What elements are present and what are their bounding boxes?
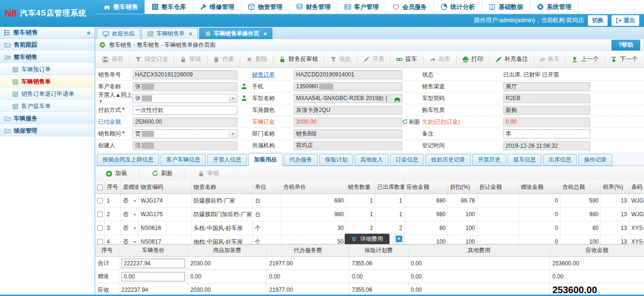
- close-tab-icon[interactable]: ×: [189, 31, 192, 37]
- void-button[interactable]: 作废: [208, 53, 239, 66]
- tab-deposit-info[interactable]: 订金信息: [390, 154, 424, 166]
- outbound-button[interactable]: 出库: [424, 53, 455, 66]
- audit-button[interactable]: 审核: [175, 53, 206, 66]
- sidebar-collapse-icon[interactable]: «: [87, 29, 91, 36]
- nav-item-system[interactable]: 系统管理: [530, 0, 578, 14]
- switch-org-button[interactable]: 切换: [588, 15, 608, 26]
- tab-accessories[interactable]: 加装用品: [248, 153, 282, 166]
- gift-select[interactable]: 否▼: [121, 235, 139, 244]
- row-checkbox[interactable]: [97, 239, 103, 244]
- nav-item-vehicle-warehouse[interactable]: 整车仓库: [145, 0, 193, 14]
- tab-invoicee-info[interactable]: 开票人信息: [207, 154, 247, 166]
- chevron-down-icon[interactable]: ▼: [229, 95, 237, 102]
- close-tab-icon[interactable]: ×: [263, 31, 267, 37]
- row-checkbox[interactable]: [97, 211, 103, 217]
- print-button[interactable]: 打印: [458, 53, 488, 66]
- add-remark-button[interactable]: 补充备注: [491, 53, 533, 66]
- summary-row-total: 合计 222237.94 2030.00 21977.00 7355.06 0.…: [95, 257, 644, 270]
- chevron-down-icon[interactable]: ▼: [133, 199, 136, 203]
- user-bar: 操作用户:admin(admin)，当前机构:荷坞店 切换 退出: [97, 14, 644, 27]
- next-button[interactable]: 下一个: [606, 53, 643, 66]
- person-icon[interactable]: [241, 95, 247, 101]
- sidebar-item-vehicle-service[interactable]: 车辆服务: [0, 112, 94, 125]
- advisor-select[interactable]: 贾▼: [133, 129, 237, 138]
- swap-vehicle-button[interactable]: ⇄换车: [535, 53, 565, 66]
- nav-item-finance[interactable]: 财务管理: [289, 0, 338, 14]
- table-row[interactable]: 2 否▼ WJG175 防爆膜四门加后档-厂家 台 980 1 1 980 10…: [95, 208, 644, 221]
- gift-select[interactable]: 否▼: [121, 208, 139, 221]
- row-checkbox[interactable]: [97, 225, 103, 231]
- tab-outbound-info[interactable]: 出库信息: [543, 154, 577, 166]
- chevron-down-icon[interactable]: ▼: [229, 130, 237, 137]
- tab-agency-service[interactable]: 代办服务: [284, 154, 318, 166]
- payment-input[interactable]: 一次性付款: [133, 106, 237, 115]
- person-icon[interactable]: [241, 83, 247, 90]
- sidebar-item-vehicle-preorder[interactable]: 车辆预订单: [0, 63, 94, 76]
- gift-price-input[interactable]: 0.00: [121, 272, 185, 281]
- tab-pickup-info[interactable]: 提车信息: [508, 154, 542, 166]
- tab-operation-log[interactable]: 操作记录: [578, 154, 612, 166]
- row-checkbox[interactable]: [97, 198, 103, 203]
- nav-item-repair[interactable]: 维修管理: [193, 0, 241, 14]
- sidebar-item-customer-pickup[interactable]: 客户提车单: [0, 100, 94, 112]
- sidebar-item-renewal[interactable]: 续保管理: [0, 125, 94, 137]
- table-row[interactable]: 1 否▼ WJG174 防爆膜前档-厂家 台 680 1 1 680 86.76…: [95, 194, 644, 208]
- nav-item-base-data[interactable]: 基础数据: [482, 0, 530, 14]
- close-icon: ×: [396, 236, 402, 242]
- tab-invoice-history[interactable]: 开票历史: [472, 154, 506, 166]
- sidebar-item-vehicle-sales[interactable]: 整车销售: [0, 51, 94, 63]
- audit-items-button[interactable]: 审核: [193, 168, 224, 180]
- arrow-out-icon: [429, 56, 436, 63]
- invoice-button[interactable]: 开票: [358, 53, 389, 66]
- tab-mortgage-plate[interactable]: 按揭合同及上牌信息: [97, 154, 159, 166]
- pickup-button[interactable]: 提车: [391, 53, 422, 66]
- sale-order-link[interactable]: 销售订单: [252, 71, 275, 78]
- nav-item-membership[interactable]: 会员服务: [386, 0, 434, 14]
- sidebar-item-presale-tracking[interactable]: 售前跟踪: [0, 39, 94, 51]
- field-label: 付款方式: [98, 107, 121, 113]
- help-button[interactable]: ?帮助: [611, 40, 640, 51]
- gift-select[interactable]: 否▼: [121, 194, 139, 207]
- gift-select[interactable]: 否▼: [121, 221, 139, 235]
- tab-customer-vehicle[interactable]: 客户车辆信息: [161, 154, 206, 166]
- renew-deposit-button[interactable]: 续交订金: [130, 53, 173, 66]
- table-row[interactable]: 3 否▼ NS0616 头枕-中国风-好车屋 个 30 2 2 60 100 0…: [95, 221, 644, 235]
- main-area: 欢迎光临 车辆销售单× 车辆销售单操作页× 整车销售 - 整车销售 - 车辆销售…: [95, 27, 644, 295]
- chevron-down-icon[interactable]: ▼: [133, 213, 136, 216]
- refresh-link[interactable]: 刷新: [402, 118, 420, 126]
- breadcrumb: 整车销售 - 整车销售 - 车辆销售单操作页面 ?帮助: [95, 39, 644, 51]
- tab-vehicle-sales-order-page[interactable]: 车辆销售单操作页×: [199, 28, 272, 39]
- page-title: 汽车4S店管理系统: [20, 8, 87, 18]
- tab-payment-history[interactable]: 收款历史记录: [425, 154, 471, 166]
- remark-input[interactable]: 李: [503, 129, 590, 138]
- chevron-down-icon[interactable]: ▼: [133, 227, 136, 230]
- save-button[interactable]: 保存: [97, 53, 128, 66]
- same-as-above-hint[interactable]: ▲同上: [115, 92, 132, 98]
- sidebar-item-vehicle-sales-order[interactable]: 车辆销售单: [0, 76, 94, 88]
- detail-fees-toggle[interactable]: 详细费用: [345, 234, 390, 244]
- add-accessory-button[interactable]: 加装: [101, 168, 132, 180]
- previous-button[interactable]: 上一个: [567, 53, 603, 66]
- refresh-items-button[interactable]: 刷新: [147, 168, 178, 180]
- nav-item-vehicle-sales[interactable]: 整车销售: [97, 0, 145, 14]
- tab-welcome[interactable]: 欢迎光临: [97, 28, 140, 39]
- nav-item-customers[interactable]: 客户管理: [338, 0, 386, 14]
- nav-item-materials[interactable]: 物资管理: [241, 0, 289, 14]
- purchase-type-field: 新购: [503, 106, 590, 115]
- tab-other-income[interactable]: 其他收入: [355, 154, 389, 166]
- receive-payment-button[interactable]: 收款: [325, 53, 356, 66]
- folder-open-icon: [4, 54, 11, 60]
- nav-item-statistics[interactable]: 统计分析: [434, 0, 482, 14]
- logout-button[interactable]: 退出: [611, 15, 639, 26]
- model-name-field: MXAA54L-SNXGBC-R2EB 2019款 (: [294, 94, 402, 103]
- delete-button[interactable]: 删除: [241, 53, 272, 66]
- close-fees-button[interactable]: ×: [393, 234, 405, 244]
- tab-vehicle-sales-list[interactable]: 车辆销售单×: [142, 28, 198, 39]
- tab-insurance-plan[interactable]: 保险计划: [319, 154, 353, 166]
- finance-unaudit-button[interactable]: 财务反审核: [274, 53, 323, 66]
- chevron-down-icon[interactable]: ▼: [133, 240, 136, 244]
- invoicee-select[interactable]: 张▼: [133, 94, 237, 103]
- select-all-checkbox[interactable]: [97, 185, 103, 190]
- sidebar-item-order-cancel-request[interactable]: 销售订单退订申请单: [0, 88, 94, 100]
- vehicle-price-input[interactable]: 222237.94: [121, 259, 185, 268]
